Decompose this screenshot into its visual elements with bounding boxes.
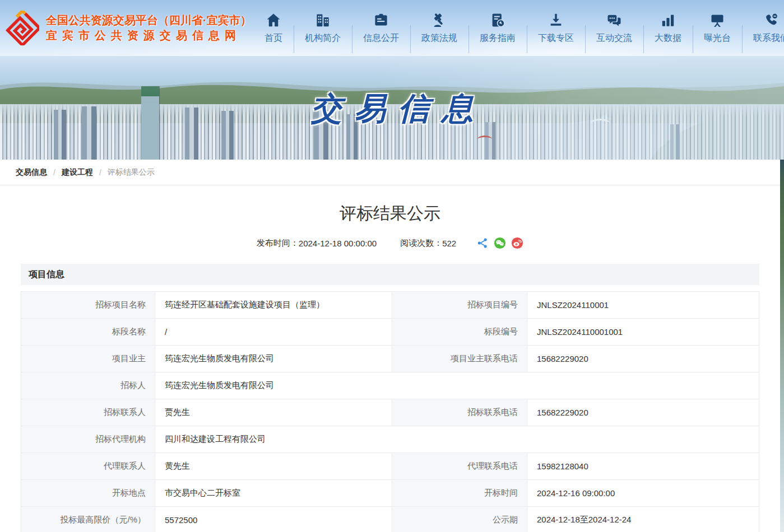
field-value: 筠连宏光生物质发电有限公司 [155, 346, 392, 372]
site-logo[interactable]: 全国公共资源交易平台（四川省·宜宾市） 宜宾市公共资源交易信息网 [0, 11, 253, 45]
share-icon[interactable] [476, 237, 489, 249]
field-label: 开标地点 [21, 480, 155, 506]
wechat-icon[interactable] [494, 237, 506, 249]
publish-time-label: 发布时间： [257, 238, 299, 249]
field-value: 筠连宏光生物质发电有限公司 [155, 372, 759, 399]
nav-label: 互动交流 [596, 32, 632, 44]
nav-item-contact[interactable]: 联系我们 [742, 12, 784, 44]
gavel-icon [431, 12, 448, 29]
project-info-table: 招标项目名称筠连经开区基础配套设施建设项目（监理）招标项目编号JNLSZ2024… [21, 291, 759, 532]
nav-label: 联系我们 [753, 32, 784, 44]
field-value: 2024-12-18至2024-12-24 [527, 507, 759, 532]
field-value: 5572500 [155, 507, 392, 532]
right-edge-background [780, 160, 784, 532]
table-row: 招标代理机构四川和达建设工程有限公司 [21, 426, 759, 453]
field-value: 黄先生 [155, 453, 392, 479]
section-header: 项目信息 [21, 264, 759, 285]
field-label: 标段名称 [21, 319, 155, 345]
field-value: 15682229020 [527, 346, 759, 372]
nav-item-about[interactable]: 机构简介 [294, 12, 352, 44]
field-label: 开标时间 [392, 480, 527, 506]
share-icons [476, 237, 523, 249]
nav-label: 大数据 [655, 32, 681, 44]
field-label: 招标人 [21, 372, 155, 399]
site-header: 全国公共资源交易平台（四川省·宜宾市） 宜宾市公共资源交易信息网 首页机构简介信… [0, 0, 784, 56]
nav-item-policy[interactable]: 政策法规 [410, 12, 468, 44]
field-value: JNLSZ2024110001001 [527, 319, 759, 345]
field-label: 招标项目名称 [21, 292, 155, 318]
field-label: 代理联系人 [21, 453, 155, 479]
chat-icon [606, 12, 623, 29]
building-icon [314, 12, 331, 29]
nav-label: 曝光台 [704, 32, 731, 44]
logo-spiral-icon [6, 11, 39, 45]
main-content: 交易信息/建设工程/评标结果公示 评标结果公示 发布时间： 2024-12-18… [0, 160, 780, 532]
table-row: 招标联系人贾先生招标联系电话15682229020 [21, 399, 759, 426]
publish-info-row: 发布时间： 2024-12-18 00:00:00 阅读次数： 522 [0, 237, 780, 249]
field-label: 项目业主联系电话 [392, 346, 527, 372]
field-value: 2024-12-16 09:00:00 [527, 480, 759, 506]
nav-item-exposure[interactable]: 曝光台 [693, 12, 742, 44]
banner: 交易信息 [0, 56, 784, 160]
table-row: 招标项目名称筠连经开区基础配套设施建设项目（监理）招标项目编号JNLSZ2024… [21, 292, 759, 319]
field-label: 公示期 [392, 507, 527, 532]
breadcrumb-separator: / [99, 168, 101, 177]
table-row: 投标最高限价（元/%）5572500公示期2024-12-18至2024-12-… [21, 507, 759, 532]
field-label: 项目业主 [21, 346, 155, 372]
nav-label: 首页 [265, 32, 282, 44]
read-count: 阅读次数： 522 [400, 238, 456, 249]
field-value: JNLSZ2024110001 [527, 292, 759, 318]
publish-time-value: 2024-12-18 00:00:00 [299, 239, 377, 248]
guide-icon [489, 12, 506, 29]
phone-icon [763, 12, 780, 29]
nav-item-info[interactable]: 信息公开 [352, 12, 410, 44]
field-label: 招标项目编号 [392, 292, 527, 318]
bar-chart-icon [660, 12, 676, 29]
field-value: / [155, 319, 392, 345]
nav-label: 信息公开 [363, 32, 399, 44]
weibo-icon[interactable] [511, 237, 523, 249]
breadcrumb: 交易信息/建设工程/评标结果公示 [0, 160, 780, 185]
field-value: 四川和达建设工程有限公司 [155, 426, 759, 452]
nav-item-home[interactable]: 首页 [253, 12, 294, 44]
home-icon [265, 12, 282, 29]
field-label: 标段编号 [392, 319, 527, 345]
table-row: 代理联系人黄先生代理联系电话15982128040 [21, 453, 759, 480]
field-value: 15982128040 [527, 453, 759, 479]
nav-item-bigdata[interactable]: 大数据 [643, 12, 693, 44]
nav-label: 政策法规 [421, 32, 457, 44]
section-title: 项目信息 [29, 269, 64, 281]
field-label: 招标代理机构 [21, 426, 155, 452]
publish-time: 发布时间： 2024-12-18 00:00:00 [257, 238, 377, 249]
breadcrumb-separator: / [53, 168, 55, 177]
site-title-line1: 全国公共资源交易平台（四川省·宜宾市） [46, 13, 252, 28]
table-row: 项目业主筠连宏光生物质发电有限公司项目业主联系电话15682229020 [21, 346, 759, 372]
table-row: 标段名称/标段编号JNLSZ2024110001001 [21, 319, 759, 346]
breadcrumb-item[interactable]: 交易信息 [16, 167, 47, 178]
main-nav: 首页机构简介信息公开政策法规服务指南下载专区互动交流大数据曝光台联系我们 [253, 0, 784, 56]
site-title: 全国公共资源交易平台（四川省·宜宾市） 宜宾市公共资源交易信息网 [46, 13, 252, 43]
table-row: 招标人筠连宏光生物质发电有限公司 [21, 372, 759, 399]
field-label: 投标最高限价（元/%） [21, 507, 155, 532]
breadcrumb-item[interactable]: 建设工程 [62, 167, 93, 178]
read-count-label: 阅读次数： [400, 238, 442, 249]
field-value: 筠连经开区基础配套设施建设项目（监理） [155, 292, 392, 318]
nav-item-interact[interactable]: 互动交流 [585, 12, 643, 44]
banner-title: 交易信息 [299, 87, 486, 130]
field-value: 贾先生 [155, 399, 392, 426]
nav-item-guide[interactable]: 服务指南 [468, 12, 527, 44]
page-title: 评标结果公示 [0, 202, 780, 225]
field-value: 15682229020 [527, 399, 759, 426]
field-value: 市交易中心二开标室 [155, 480, 392, 506]
field-label: 招标联系人 [21, 399, 155, 426]
nav-label: 机构简介 [305, 32, 341, 44]
breadcrumb-item: 评标结果公示 [108, 167, 155, 178]
nav-label: 下载专区 [538, 32, 574, 44]
nav-item-download[interactable]: 下载专区 [527, 12, 585, 44]
projector-icon [709, 12, 726, 29]
field-label: 代理联系电话 [392, 453, 527, 479]
field-label: 招标联系电话 [392, 399, 527, 426]
nav-label: 服务指南 [480, 32, 516, 44]
read-count-value: 522 [442, 239, 456, 248]
site-title-line2: 宜宾市公共资源交易信息网 [46, 28, 252, 43]
